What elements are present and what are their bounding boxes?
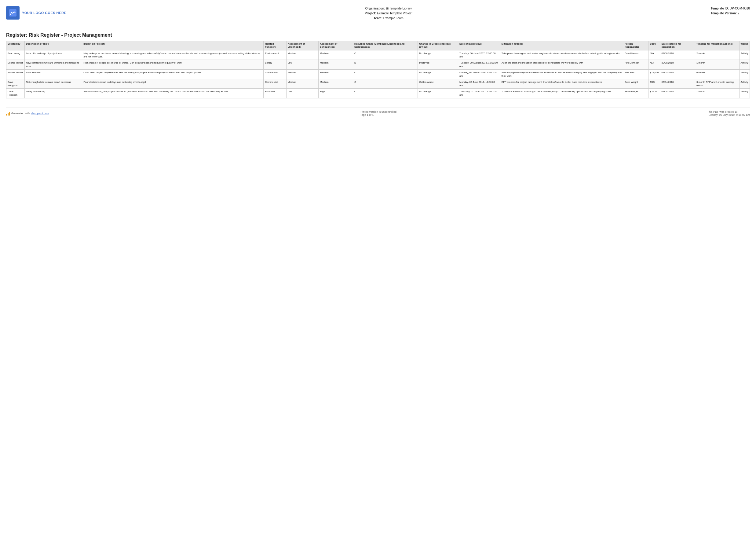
table-cell: Medium bbox=[286, 50, 318, 60]
dashpivot-link[interactable]: dashpivot.com bbox=[31, 112, 49, 115]
table-cell: Commercial bbox=[264, 79, 286, 88]
generated-text: Generated with bbox=[11, 112, 30, 115]
table-cell: Low bbox=[286, 60, 318, 69]
risk-register-table: Created by Description of Risk: Impact o… bbox=[6, 41, 750, 98]
col-mitigation: Mitigation actions: bbox=[500, 41, 623, 50]
footer-left: Generated with dashpivot.com bbox=[6, 111, 49, 116]
dashpivot-icon bbox=[6, 111, 10, 116]
table-cell: Dave Hodgson bbox=[6, 89, 25, 98]
table-cell: C bbox=[353, 89, 418, 98]
table-cell: Medium bbox=[319, 60, 353, 69]
table-cell: Pete Johnson bbox=[623, 60, 648, 69]
table-cell: 01/04/2018 bbox=[660, 89, 695, 98]
table-cell: Without financing, the project ceases to… bbox=[82, 89, 264, 98]
logo-text: YOUR LOGO GOES HERE bbox=[22, 11, 66, 15]
footer-uncontrolled: Printed version is uncontrolled bbox=[360, 110, 396, 114]
org-value: ⊞ Template Library bbox=[386, 7, 412, 10]
table-cell: Audit pre-start and induction processes … bbox=[500, 60, 623, 69]
table-cell: N/A bbox=[648, 50, 660, 60]
table-cell: Tuesday, 30 August 2016, 12:00:00 am bbox=[458, 60, 500, 69]
header: YOUR LOGO GOES HERE Organisation: ⊞ Temp… bbox=[6, 6, 750, 24]
table-cell: D bbox=[353, 60, 418, 69]
table-cell: Gotten worse bbox=[418, 79, 458, 88]
org-label: Organisation: bbox=[365, 7, 385, 10]
table-row: Sophie TurnerNew contractors who are unt… bbox=[6, 60, 750, 69]
table-cell: $15,000 bbox=[648, 69, 660, 79]
table-cell: Delay in financing bbox=[24, 89, 82, 98]
table-cell: Not enough data to make smart decisions bbox=[24, 79, 82, 88]
table-cell: High bbox=[319, 89, 353, 98]
project-value: Example Template Project bbox=[377, 12, 412, 15]
table-header-row: Created by Description of Risk: Impact o… bbox=[6, 41, 750, 50]
col-function: Related Function: bbox=[264, 41, 286, 50]
table-row: Sophie TurnerStaff turnoverCan't meet pr… bbox=[6, 69, 750, 79]
table-cell: C bbox=[353, 79, 418, 88]
header-right: Template ID: DP-COM-0018 Template Versio… bbox=[711, 6, 750, 16]
template-version-value: 2 bbox=[738, 12, 740, 15]
table-cell: N/A bbox=[648, 60, 660, 69]
header-center: Organisation: ⊞ Template Library Project… bbox=[365, 6, 412, 21]
footer-center: Printed version is uncontrolled Page 1 o… bbox=[360, 110, 396, 117]
footer: Generated with dashpivot.com Printed ver… bbox=[6, 108, 750, 117]
table-cell: Jane Bonger bbox=[623, 89, 648, 98]
table-cell: No change bbox=[418, 89, 458, 98]
table-cell: 3 month RFP and 1 month training rollout bbox=[695, 79, 739, 88]
team-label: Team: bbox=[374, 17, 382, 20]
template-version-label: Template Version: bbox=[711, 12, 737, 15]
table-cell: Activity bbox=[739, 79, 750, 88]
table-cell: New contractors who are untrained and un… bbox=[24, 60, 82, 69]
table-cell: No change bbox=[418, 69, 458, 79]
col-date-review: Date of last review: bbox=[458, 41, 500, 50]
table-cell: Dave Hodgson bbox=[6, 79, 25, 88]
table-cell: Improved bbox=[418, 60, 458, 69]
table-cell: 1 month bbox=[695, 60, 739, 69]
table-cell: Medium bbox=[286, 69, 318, 79]
table-cell: Medium bbox=[319, 79, 353, 88]
col-date-completion: Date required for completion: bbox=[660, 41, 695, 50]
project-label: Project: bbox=[365, 12, 376, 15]
table-cell: Environment bbox=[264, 50, 286, 60]
table-cell: Activity bbox=[739, 60, 750, 69]
col-cost: Cost: bbox=[648, 41, 660, 50]
col-person: Person responsible: bbox=[623, 41, 648, 50]
table-cell: Low bbox=[286, 89, 318, 98]
logo-area: YOUR LOGO GOES HERE bbox=[6, 6, 66, 19]
table-cell: Can't meet project requirements and risk… bbox=[82, 69, 264, 79]
header-divider bbox=[6, 29, 750, 29]
table-cell: Safety bbox=[264, 60, 286, 69]
logo-box bbox=[6, 6, 19, 19]
table-cell: Activity bbox=[739, 89, 750, 98]
table-row: Dave HodgsonDelay in financingWithout fi… bbox=[6, 89, 750, 98]
table-cell: RFP process for project management finan… bbox=[500, 79, 623, 88]
table-cell: Staff turnover bbox=[24, 69, 82, 79]
table-cell: Monday, 05 March 2018, 12:00:00 am bbox=[458, 69, 500, 79]
table-cell: Sophie Turner bbox=[6, 60, 25, 69]
table-cell: Activity bbox=[739, 69, 750, 79]
table-cell: TBD bbox=[648, 79, 660, 88]
table-cell: Activity bbox=[739, 50, 750, 60]
table-cell: 30/09/2018 bbox=[660, 60, 695, 69]
col-created-by: Created by bbox=[6, 41, 25, 50]
footer-right-text: This PDF was created at bbox=[707, 110, 750, 114]
col-impact: Impact on Project: bbox=[82, 41, 264, 50]
table-cell: Sophie Turner bbox=[6, 69, 25, 79]
col-likelihood: Assessment of Likelihood: bbox=[286, 41, 318, 50]
table-cell: David Heeler bbox=[623, 50, 648, 60]
table-cell: C bbox=[353, 69, 418, 79]
table-cell: 07/06/2018 bbox=[660, 50, 695, 60]
table-cell: 1. Secure additional financing in case o… bbox=[500, 89, 623, 98]
footer-right: This PDF was created at Tuesday, 09 July… bbox=[707, 110, 750, 117]
table-cell: Commercial bbox=[264, 69, 286, 79]
table-cell: Poor decisions result in delays and deli… bbox=[82, 79, 264, 88]
table-cell: Take project managers and senior enginee… bbox=[500, 50, 623, 60]
table-cell: No change bbox=[418, 50, 458, 60]
table-cell: Lack of knowledge of project area bbox=[24, 50, 82, 60]
table-cell: 06/04/2018 bbox=[660, 79, 695, 88]
table-cell: Monday, 05 June 2017, 12:00:00 am bbox=[458, 79, 500, 88]
template-id-value: DP-COM-0018 bbox=[730, 7, 750, 10]
table-row: Dave HodgsonNot enough data to make smar… bbox=[6, 79, 750, 88]
table-cell: Thursday, 01 June 2017, 12:00:00 am bbox=[458, 89, 500, 98]
table-cell: 07/05/2018 bbox=[660, 69, 695, 79]
template-id-label: Template ID: bbox=[711, 7, 729, 10]
table-cell: Tuesday, 06 June 2017, 12:00:00 am bbox=[458, 50, 500, 60]
